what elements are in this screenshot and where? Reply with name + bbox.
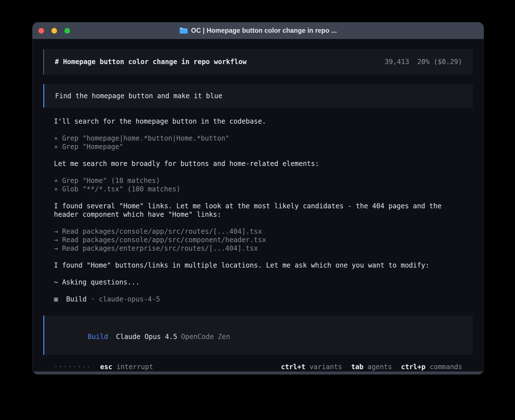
transcript-line bbox=[54, 219, 462, 227]
transcript-line bbox=[54, 286, 462, 295]
transcript-line: ~ Asking questions... bbox=[54, 278, 462, 286]
transcript-line: I found several "Home" links. Let me loo… bbox=[54, 202, 462, 210]
transcript-line: → Read packages/console/app/src/componen… bbox=[54, 236, 462, 244]
titlebar[interactable]: OC | Homepage button color change in rep… bbox=[32, 22, 484, 39]
model-name-label: Claude Opus 4.5 bbox=[116, 333, 177, 341]
transcript-line bbox=[54, 253, 462, 261]
transcript: I'll search for the homepage button in t… bbox=[43, 117, 473, 303]
terminal-window: OC | Homepage button color change in rep… bbox=[32, 22, 484, 374]
shortcut-ctrl-p: ctrl+p commands bbox=[401, 363, 462, 371]
prompt-input[interactable]: BuildClaude Opus 4.5OpenCode Zen bbox=[43, 316, 473, 355]
session-header: # Homepage button color change in repo w… bbox=[43, 49, 473, 75]
transcript-line: ▣ Build · claude-opus-4-5 bbox=[54, 295, 462, 303]
transcript-line: Let me search more broadly for buttons a… bbox=[54, 159, 462, 168]
transcript-line: ∗ Grep "homepage|home.*button|Home.*butt… bbox=[54, 134, 462, 143]
transcript-line bbox=[54, 270, 462, 278]
model-line: BuildClaude Opus 4.5OpenCode Zen bbox=[55, 324, 462, 349]
window-bottom-edge bbox=[32, 371, 484, 374]
transcript-line: ∗ Grep "Homepage" bbox=[54, 143, 462, 151]
user-message: Find the homepage button and make it blu… bbox=[43, 84, 473, 108]
user-message-text: Find the homepage button and make it blu… bbox=[55, 92, 222, 100]
statusbar: ········ esc interrupt ctrl+t variantsta… bbox=[43, 363, 473, 371]
zoom-button[interactable] bbox=[64, 28, 70, 34]
close-button[interactable] bbox=[38, 28, 44, 34]
traffic-lights bbox=[38, 22, 70, 39]
transcript-line: I found "Home" buttons/links in multiple… bbox=[54, 261, 462, 270]
transcript-line bbox=[54, 193, 462, 202]
session-content: # Homepage button color change in repo w… bbox=[32, 39, 484, 371]
transcript-line bbox=[54, 126, 462, 134]
agent-mode-label: Build bbox=[88, 333, 108, 341]
shortcut-tab: tab agents bbox=[351, 363, 392, 371]
transcript-line: → Read packages/enterprise/src/routes/[.… bbox=[54, 244, 462, 253]
session-title: # Homepage button color change in repo w… bbox=[55, 58, 246, 66]
transcript-line bbox=[54, 151, 462, 159]
transcript-line: header component which have "Home" links… bbox=[54, 210, 462, 219]
window-title: OC | Homepage button color change in rep… bbox=[191, 27, 337, 34]
session-token-stats: 39,413 20% ($0.29) bbox=[385, 58, 462, 66]
shortcut-esc: esc interrupt bbox=[100, 363, 153, 371]
transcript-line: → Read packages/console/app/src/routes/[… bbox=[54, 227, 462, 236]
folder-icon bbox=[179, 27, 188, 34]
title-group: OC | Homepage button color change in rep… bbox=[179, 27, 337, 34]
statusbar-left: ········ esc interrupt bbox=[54, 363, 153, 371]
provider-label: OpenCode Zen bbox=[181, 333, 230, 341]
minimize-button[interactable] bbox=[51, 28, 57, 34]
shortcut-ctrl-t: ctrl+t variants bbox=[281, 363, 342, 371]
spinner-dots: ········ bbox=[54, 363, 91, 371]
statusbar-right: ctrl+t variantstab agentsctrl+p commands bbox=[281, 363, 462, 371]
transcript-line bbox=[54, 168, 462, 176]
transcript-line: I'll search for the homepage button in t… bbox=[54, 117, 462, 126]
transcript-line: ∗ Glob "**/*.tsx" (100 matches) bbox=[54, 185, 462, 193]
transcript-line: ∗ Grep "Home" (18 matches) bbox=[54, 176, 462, 185]
